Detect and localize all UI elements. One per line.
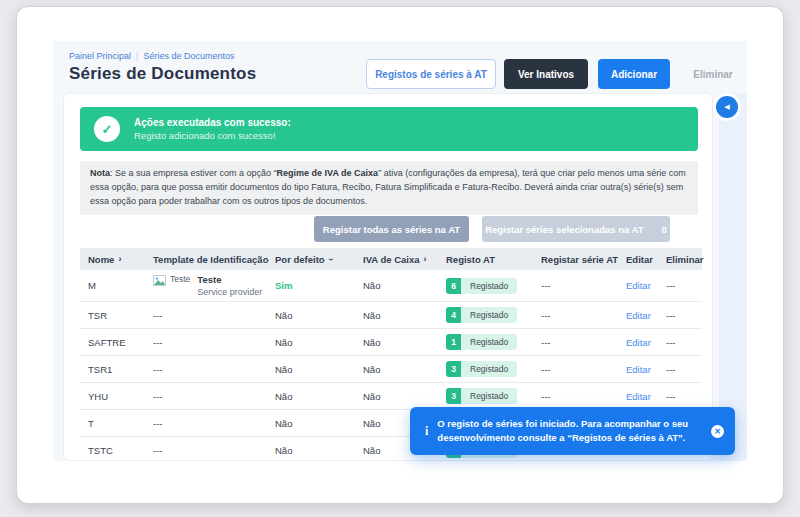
- template-text: ---: [153, 445, 163, 456]
- cell-iva: Não: [355, 387, 438, 406]
- at-badge: 1 Registado: [446, 334, 517, 350]
- cell-template: ---: [145, 333, 267, 352]
- cell-iva: Não: [355, 333, 438, 352]
- table-row: SAFTRE --- Não Não 1 Registado: [80, 329, 702, 356]
- at-badge: 4 Registado: [446, 307, 517, 323]
- cell-template: ---: [145, 414, 267, 433]
- at-count: 3: [446, 361, 461, 377]
- note-label: Nota: [90, 168, 110, 178]
- table-row: YHU --- Não Não 3 Registado: [80, 383, 702, 410]
- register-selected-label: Registar séries selecionadas na AT: [485, 224, 643, 235]
- cell-registar-serie: ---: [533, 387, 618, 406]
- cell-default: Sim: [267, 276, 355, 295]
- cell-registar-serie: ---: [533, 276, 618, 295]
- edit-link[interactable]: Editar: [618, 360, 658, 379]
- edit-link[interactable]: Editar: [618, 306, 658, 325]
- cell-iva: Não: [355, 360, 438, 379]
- table-row: M Teste Teste Service provider Sim Não 6: [80, 270, 702, 302]
- template-media: Teste Teste Service provider: [153, 274, 267, 297]
- cell-registo-at: 4 Registado: [438, 303, 533, 327]
- broken-image-icon: [153, 275, 166, 286]
- column-header-template-de-identifica-o: Template de Identificação: [145, 254, 267, 265]
- cell-default: Não: [267, 441, 355, 460]
- success-banner: ✓ Ações executadas com sucesso: Registo …: [80, 107, 698, 151]
- toast-text: O registo de séries foi iniciado. Para a…: [437, 417, 689, 446]
- ver-inativos-button[interactable]: Ver Inativos: [504, 59, 588, 89]
- template-title: Teste: [197, 274, 262, 285]
- toast-close-button[interactable]: ✕: [711, 425, 724, 438]
- note-box: Nota: Se a sua empresa estiver com a opç…: [80, 161, 698, 215]
- cell-name: YHU: [80, 387, 145, 406]
- chevron-down-icon: ›: [326, 258, 335, 261]
- cell-template: Teste Teste Service provider: [145, 270, 267, 301]
- breadcrumb: Painel Principal|Séries de Documentos: [69, 51, 234, 61]
- cell-template: ---: [145, 306, 267, 325]
- cell-default: Não: [267, 387, 355, 406]
- table-row: TSR1 --- Não Não 3 Registado: [80, 356, 702, 383]
- cell-eliminar: ---: [658, 306, 702, 325]
- cell-template: ---: [145, 387, 267, 406]
- at-status-badge: Registado: [461, 334, 517, 350]
- cell-default: Não: [267, 333, 355, 352]
- cell-name: M: [80, 276, 145, 295]
- at-status-badge: Registado: [461, 388, 517, 404]
- cell-default: Não: [267, 306, 355, 325]
- at-badge: 6 Registado: [446, 278, 517, 294]
- template-image-alt: Teste: [170, 274, 190, 284]
- edit-link[interactable]: Editar: [618, 387, 658, 406]
- column-header-por-defeito[interactable]: Por defeito›: [267, 254, 355, 265]
- at-count: 3: [446, 388, 461, 404]
- registos-series-at-button[interactable]: Registos de séries à AT: [366, 59, 496, 89]
- at-status-badge: Registado: [461, 361, 517, 377]
- cell-registar-serie: ---: [533, 360, 618, 379]
- cell-eliminar: ---: [658, 276, 702, 295]
- column-header-nome[interactable]: Nome›: [80, 254, 145, 265]
- note-pre: : Se a sua empresa estiver com a opção “: [110, 168, 277, 178]
- page-title: Séries de Documentos: [69, 64, 256, 84]
- chevron-left-icon: ◀: [724, 103, 729, 111]
- edit-link[interactable]: Editar: [618, 333, 658, 352]
- cell-default: Não: [267, 360, 355, 379]
- edit-link[interactable]: Editar: [618, 276, 658, 295]
- eliminar-button[interactable]: Eliminar: [680, 59, 746, 89]
- cell-eliminar: ---: [658, 360, 702, 379]
- cell-registar-serie: ---: [533, 333, 618, 352]
- success-banner-message: Registo adicionado com sucesso!: [134, 130, 291, 141]
- cell-registo-at: 6 Registado: [438, 274, 533, 298]
- cell-iva: Não: [355, 306, 438, 325]
- column-header-registo-at: Registo AT: [438, 254, 533, 265]
- check-icon: ✓: [94, 116, 120, 142]
- success-banner-title: Ações executadas com sucesso:: [134, 117, 291, 128]
- content-card: ✓ Ações executadas com sucesso: Registo …: [63, 93, 713, 461]
- breadcrumb-series-documentos[interactable]: Séries de Documentos: [143, 51, 234, 61]
- register-all-series-button[interactable]: Registar todas as séries na AT: [314, 216, 469, 242]
- cell-name: TSR: [80, 306, 145, 325]
- cell-default: Não: [267, 414, 355, 433]
- panel-collapse-button[interactable]: ◀: [716, 96, 738, 118]
- at-count: 4: [446, 307, 461, 323]
- column-header-registar-s-rie-at: Registar série AT: [533, 254, 618, 265]
- table-row: TSR --- Não Não 4 Registado: [80, 302, 702, 329]
- at-badge: 3 Registado: [446, 361, 517, 377]
- cell-template: ---: [145, 360, 267, 379]
- register-selected-series-button[interactable]: Registar séries selecionadas na AT 0: [482, 216, 670, 242]
- at-status-badge: Registado: [461, 278, 517, 294]
- cell-iva: Não: [355, 276, 438, 295]
- cell-template: ---: [145, 441, 267, 460]
- breadcrumb-separator: |: [136, 51, 138, 61]
- info-toast: i O registo de séries foi iniciado. Para…: [410, 407, 735, 455]
- at-badge: 3 Registado: [446, 388, 517, 404]
- breadcrumb-painel-principal[interactable]: Painel Principal: [69, 51, 131, 61]
- cell-name: TSTC: [80, 441, 145, 460]
- selected-count: 0: [662, 224, 667, 235]
- cell-name: SAFTRE: [80, 333, 145, 352]
- column-header-iva-de-caixa[interactable]: IVA de Caixa›: [355, 254, 438, 265]
- chevron-right-icon: ›: [118, 255, 121, 264]
- adicionar-button[interactable]: Adicionar: [598, 59, 670, 89]
- at-count: 6: [446, 278, 461, 294]
- template-text: ---: [153, 391, 163, 402]
- table-header: Nome›Template de IdentificaçãoPor defeit…: [80, 248, 702, 270]
- template-subtitle: Service provider: [197, 287, 262, 297]
- info-icon: i: [425, 424, 428, 439]
- cell-name: T: [80, 414, 145, 433]
